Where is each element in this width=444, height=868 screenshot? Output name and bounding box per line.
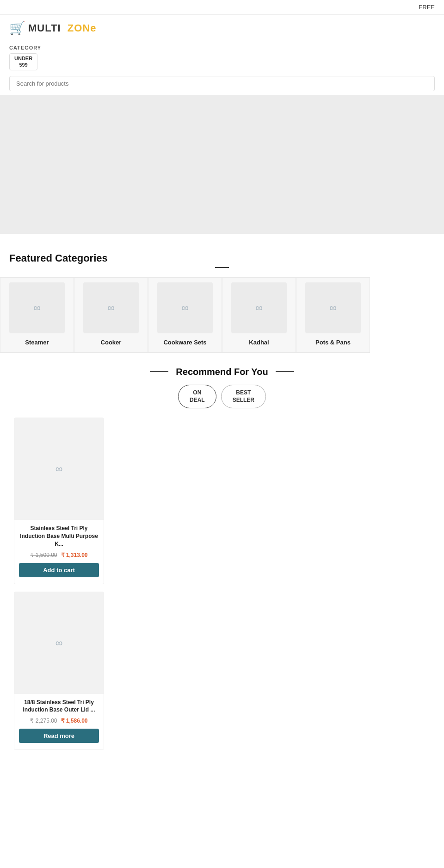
loading-icon: ∞ [107, 302, 115, 314]
recommend-line-right [276, 371, 294, 372]
category-card[interactable]: ∞ Steamer [0, 277, 74, 353]
hero-banner [0, 95, 444, 234]
product-prices-1: ₹ 2,275.00 ₹ 1,586.00 [19, 718, 99, 724]
category-name: Pots & Pans [315, 339, 351, 346]
loading-icon: ∞ [181, 302, 189, 314]
loading-icon: ∞ [255, 302, 263, 314]
filter-tabs: ON DEALBEST SELLER [9, 385, 435, 409]
category-img: ∞ [9, 282, 65, 333]
product-img-0: ∞ [14, 418, 104, 520]
filter-tab-0[interactable]: ON DEAL [178, 385, 216, 409]
under-line1: UNDER [14, 55, 32, 62]
product-btn-add-to-cart-0[interactable]: Add to cart [19, 563, 99, 577]
product-title-1: 18/8 Stainless Steel Tri Ply Induction B… [19, 699, 99, 714]
price-original-1: ₹ 2,275.00 [30, 718, 57, 724]
category-img: ∞ [157, 282, 213, 333]
under-line2: 599 [14, 62, 32, 68]
category-img: ∞ [83, 282, 139, 333]
recommend-line-left [150, 371, 168, 372]
products-grid: ∞ Stainless Steel Tri Ply Induction Base… [9, 418, 435, 750]
loading-icon: ∞ [329, 302, 337, 314]
price-sale-0: ₹ 1,313.00 [61, 552, 88, 558]
loading-icon: ∞ [33, 302, 41, 314]
search-input[interactable] [9, 76, 435, 91]
category-card[interactable]: ∞ Cooker [74, 277, 148, 353]
product-loading-icon: ∞ [56, 463, 63, 475]
category-img: ∞ [231, 282, 287, 333]
product-img-1: ∞ [14, 592, 104, 694]
top-bar: FREE [0, 0, 444, 15]
price-original-0: ₹ 1,500.00 [30, 552, 57, 558]
product-card-1: ∞ 18/8 Stainless Steel Tri Ply Induction… [14, 592, 104, 750]
category-name: Cooker [101, 339, 122, 346]
section-divider [215, 267, 229, 268]
cart-icon: 🛒 [9, 20, 25, 36]
recommend-title-row: Recommend For You [9, 367, 435, 377]
logo-multi: MULTI [28, 22, 61, 34]
category-name: Steamer [25, 339, 49, 346]
featured-categories-section: Featured Categories [0, 248, 444, 277]
under-badge[interactable]: UNDER 599 [9, 53, 37, 70]
product-info-0: Stainless Steel Tri Ply Induction Base M… [14, 520, 104, 583]
category-img: ∞ [305, 282, 361, 333]
recommend-title: Recommend For You [176, 367, 268, 377]
category-card[interactable]: ∞ Cookware Sets [148, 277, 222, 353]
logo[interactable]: 🛒 MULTI ZONe [9, 20, 97, 36]
header: 🛒 MULTI ZONe [0, 15, 444, 41]
category-name: Kadhai [249, 339, 269, 346]
product-prices-0: ₹ 1,500.00 ₹ 1,313.00 [19, 552, 99, 558]
product-loading-icon: ∞ [56, 637, 63, 649]
category-card[interactable]: ∞ Kadhai [222, 277, 296, 353]
logo-zone: ZONe [68, 22, 97, 34]
filter-tab-1[interactable]: BEST SELLER [221, 385, 266, 409]
free-label: FREE [419, 4, 435, 11]
category-name: Cookware Sets [163, 339, 206, 346]
featured-categories-title: Featured Categories [9, 252, 435, 264]
product-btn-read-more-1[interactable]: Read more [19, 729, 99, 743]
category-card[interactable]: ∞ Pots & Pans [296, 277, 370, 353]
product-title-0: Stainless Steel Tri Ply Induction Base M… [19, 525, 99, 548]
category-section: CATEGORY UNDER 599 [0, 41, 444, 72]
category-label: CATEGORY [9, 45, 435, 50]
product-info-1: 18/8 Stainless Steel Tri Ply Induction B… [14, 694, 104, 750]
logo-text: MULTI ZONe [28, 22, 97, 34]
categories-row: ∞ Steamer ∞ Cooker ∞ Cookware Sets ∞ Kad… [0, 277, 444, 357]
product-card-0: ∞ Stainless Steel Tri Ply Induction Base… [14, 418, 104, 584]
recommend-section: Recommend For You ON DEALBEST SELLER ∞ S… [0, 357, 444, 755]
price-sale-1: ₹ 1,586.00 [61, 718, 88, 724]
